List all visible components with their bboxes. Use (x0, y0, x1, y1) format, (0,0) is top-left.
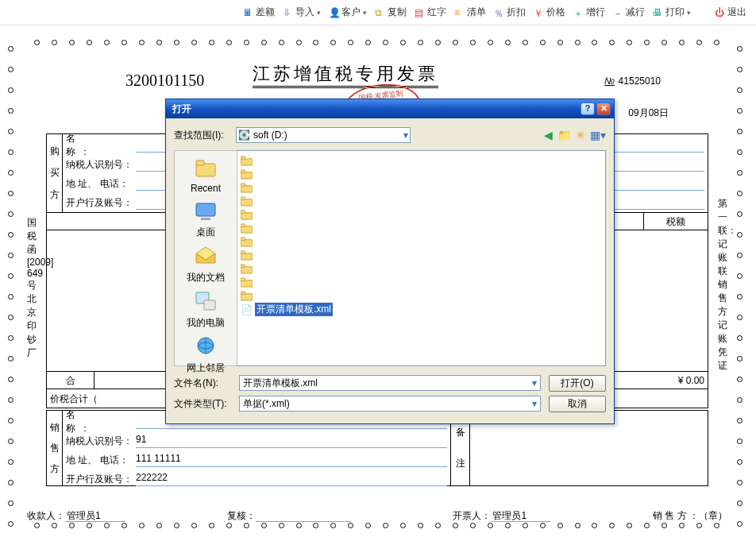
tool-list[interactable]: ≡清单 (453, 6, 488, 19)
folder-item[interactable] (241, 195, 602, 208)
folder-item[interactable] (241, 262, 602, 276)
seller-taxid-input[interactable]: 91 (136, 434, 447, 448)
folder-item[interactable] (241, 249, 602, 262)
tool-copy[interactable]: ⧉复制 (373, 6, 408, 19)
side-text-right: 第一联：记账联 销售方记账凭证 (718, 197, 729, 373)
side-text-left: 国税函 [2009] 649 号北京印钞厂 (27, 216, 38, 360)
dialog-title: 打开 (169, 102, 580, 116)
perforation-right (737, 38, 746, 534)
folder-item[interactable] (241, 289, 602, 303)
place-desktop[interactable]: 桌面 (193, 199, 218, 239)
svg-rect-1 (196, 160, 204, 165)
invoice-serial-right: № 41525010 (604, 72, 661, 88)
dialog-help-button[interactable]: ? (580, 102, 595, 115)
buyer-addr-label: 地 址、 电话： (66, 177, 133, 191)
filename-combo[interactable]: 开票清单模板.xml▾ (239, 375, 541, 391)
seller-bank-input[interactable]: 222222 (136, 472, 447, 486)
place-mycomputer[interactable]: 我的电脑 (187, 289, 225, 330)
folder-item[interactable] (241, 222, 602, 235)
lookin-combo[interactable]: 💽 soft (D:) ▾ (236, 127, 411, 143)
tool-print[interactable]: 🖶打印▾ (651, 6, 692, 19)
nav-views-icon[interactable]: ▦▾ (590, 129, 606, 141)
tool-delrow[interactable]: －减行 (611, 6, 646, 19)
folder-item[interactable] (241, 235, 602, 249)
tool-addrow[interactable]: ＋增行 (572, 6, 607, 19)
filetype-combo[interactable]: 单据(*.xml)▾ (239, 396, 541, 412)
places-bar: Recent 桌面 我的文档 我的电脑 网上邻居 (174, 150, 237, 366)
svg-rect-10 (241, 170, 245, 173)
nav-newfolder-icon[interactable]: ✳ (576, 129, 585, 141)
open-file-dialog: 打开 ? ✕ 查找范围(I): 💽 soft (D:) ▾ ◀ 📁 ✳ ▦▾ R… (165, 99, 615, 424)
place-network[interactable]: 网上邻居 (187, 334, 225, 375)
drive-icon: 💽 (238, 129, 250, 141)
place-recent[interactable]: Recent (191, 156, 221, 194)
buyer-bank-label: 开户行及账号： (66, 196, 133, 210)
issuer-name: 管理员1 (491, 510, 550, 522)
svg-rect-28 (241, 292, 245, 295)
tool-discount[interactable]: ％折扣 (492, 6, 527, 19)
place-mydocs[interactable]: 我的文档 (187, 244, 225, 284)
svg-rect-22 (241, 251, 245, 254)
folder-item[interactable] (241, 208, 602, 222)
folder-item[interactable] (241, 276, 602, 289)
svg-rect-8 (241, 157, 245, 160)
tool-red[interactable]: ▤红字 (413, 6, 448, 19)
open-button[interactable]: 打开(O) (549, 375, 606, 392)
cancel-button[interactable]: 取消 (549, 396, 606, 412)
file-item-selected[interactable]: 📄 开票清单模板.xml (241, 303, 602, 316)
filename-label: 文件名(N): (174, 377, 231, 390)
xml-file-icon: 📄 (241, 304, 253, 315)
file-listing[interactable]: 📄 开票清单模板.xml (237, 150, 606, 366)
svg-rect-2 (196, 203, 215, 216)
tax-total: ¥ 0.00 (636, 372, 708, 388)
perforation-left (8, 38, 17, 534)
dialog-close-button[interactable]: ✕ (596, 102, 611, 115)
tool-exit[interactable]: ⏻退出 (713, 6, 748, 19)
svg-rect-3 (201, 218, 210, 220)
seller-addr-input[interactable]: 111 11111 (136, 453, 447, 467)
svg-rect-26 (241, 278, 245, 281)
top-toolbar: 🖩差额 ⇩导入▾ 👤客户▾ ⧉复制 ▤红字 ≡清单 ％折扣 ￥价格 ＋增行 －减… (0, 0, 756, 25)
svg-rect-5 (204, 300, 215, 310)
folder-item[interactable] (241, 168, 602, 181)
lookin-label: 查找范围(I): (174, 129, 231, 142)
tool-price[interactable]: ￥价格 (532, 6, 567, 19)
invoice-title: 江苏增值税专用发票 (253, 62, 438, 88)
invoice-serial-left: 3200101150 (125, 72, 204, 90)
folder-item[interactable] (241, 154, 602, 168)
tool-diff[interactable]: 🖩差额 (241, 6, 276, 19)
svg-rect-14 (241, 197, 245, 200)
seller-seal-label: 销 售 方 ：（章） (653, 509, 727, 523)
nav-back-icon[interactable]: ◀ (544, 129, 553, 141)
perforation-bottom (29, 523, 726, 532)
perforation-top (29, 40, 726, 49)
invoice-date: 09月08日 (628, 106, 669, 120)
filetype-label: 文件类型(T): (174, 397, 231, 411)
folder-item[interactable] (241, 181, 602, 195)
svg-rect-18 (241, 224, 245, 227)
nav-up-icon[interactable]: 📁 (557, 129, 571, 141)
dialog-titlebar[interactable]: 打开 ? ✕ (166, 99, 614, 118)
buyer-taxid-label: 纳税人识别号： (66, 158, 133, 172)
tool-customer[interactable]: 👤客户▾ (327, 6, 368, 19)
buyer-name-label: 名 称： (66, 132, 133, 159)
reviewer-name (256, 510, 351, 522)
tool-import[interactable]: ⇩导入▾ (281, 6, 322, 19)
svg-rect-24 (241, 265, 245, 268)
invoice-footer: 收款人：管理员1 复核： 开票人：管理员1 销 售 方 ：（章） (27, 509, 727, 523)
col-tax: 税额 (644, 213, 708, 230)
svg-rect-12 (241, 184, 245, 187)
svg-rect-16 (241, 211, 245, 214)
collector-name: 管理员1 (65, 510, 125, 522)
svg-rect-20 (241, 238, 245, 241)
